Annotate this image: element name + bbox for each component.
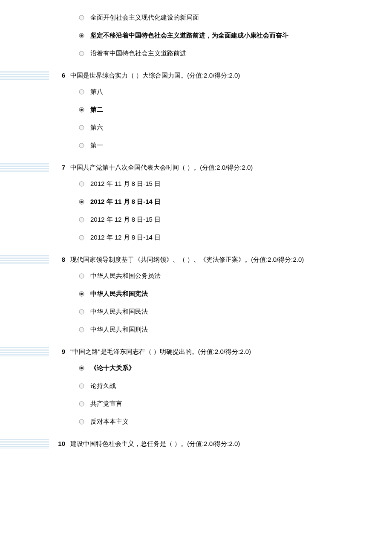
option-label: 中华人民共和国宪法 <box>90 290 148 298</box>
option-row: 2012 年 11 月 8 日-14 日 <box>79 193 392 211</box>
question-partial-options: 全面开创社会主义现代化建设的新局面 坚定不移沿着中国特色社会主义道路前进，为全面… <box>79 9 392 62</box>
question-7: 7 中国共产党第十八次全国代表大会时间（ ）。(分值:2.0/得分:2.0) <box>0 163 392 172</box>
svg-point-13 <box>79 235 84 240</box>
question-number: 8 <box>49 255 70 264</box>
svg-point-3 <box>79 51 84 56</box>
option-label: 2012 年 12 月 8 日-15 日 <box>90 216 161 223</box>
svg-point-11 <box>81 200 83 203</box>
option-label: 2012 年 11 月 8 日-15 日 <box>90 180 161 188</box>
radio-unchecked-icon[interactable] <box>79 143 84 148</box>
option-label: 第一 <box>90 142 103 149</box>
option-row: 2012 年 12 月 8 日-14 日 <box>79 228 392 246</box>
question-number: 7 <box>49 163 70 172</box>
option-label: 《论十大关系》 <box>90 364 135 372</box>
option-label: 沿着有中国特色社会主义道路前进 <box>90 49 186 57</box>
option-row: 《论十大关系》 <box>79 359 392 377</box>
option-row: 沿着有中国特色社会主义道路前进 <box>79 44 392 62</box>
question-number: 6 <box>49 71 70 80</box>
svg-point-6 <box>81 108 83 111</box>
option-label: 反对本本主义 <box>90 418 129 425</box>
svg-point-2 <box>81 34 83 37</box>
option-label: 第八 <box>90 88 103 95</box>
radio-checked-icon[interactable] <box>79 291 84 297</box>
radio-checked-icon[interactable] <box>79 107 84 113</box>
radio-unchecked-icon[interactable] <box>79 217 84 223</box>
svg-point-7 <box>79 125 84 130</box>
option-row: 共产党宣言 <box>79 395 392 413</box>
question-6: 6 中国是世界综合实力（ ）大综合国力国。(分值:2.0/得分:2.0) <box>0 71 392 80</box>
svg-point-23 <box>79 419 84 424</box>
radio-unchecked-icon[interactable] <box>79 309 84 315</box>
svg-point-21 <box>79 384 84 388</box>
radio-unchecked-icon[interactable] <box>79 51 84 56</box>
radio-checked-icon[interactable] <box>79 365 84 371</box>
question-text: 中国是世界综合实力（ ）大综合国力国。(分值:2.0/得分:2.0) <box>70 71 392 80</box>
radio-checked-icon[interactable] <box>79 33 84 38</box>
decorative-stripe <box>0 255 49 264</box>
svg-point-22 <box>79 402 84 406</box>
option-row: 第一 <box>79 136 392 154</box>
option-label: 全面开创社会主义现代化建设的新局面 <box>90 14 199 21</box>
option-label: 论持久战 <box>90 382 116 390</box>
radio-unchecked-icon[interactable] <box>79 383 84 389</box>
option-label: 2012 年 12 月 8 日-14 日 <box>90 234 161 241</box>
radio-unchecked-icon[interactable] <box>79 125 84 130</box>
option-row: 第六 <box>79 119 392 136</box>
question-text: 现代国家领导制度基于《共同纲领》、（ ）、《宪法修正案》。(分值:2.0/得分:… <box>70 255 392 264</box>
decorative-stripe <box>0 163 49 172</box>
svg-point-14 <box>79 274 84 278</box>
question-6-options: 第八 第二 第六 第一 <box>79 83 392 154</box>
option-row: 反对本本主义 <box>79 413 392 431</box>
option-row: 坚定不移沿着中国特色社会主义道路前进，为全面建成小康社会而奋斗 <box>79 26 392 44</box>
quiz-page: 全面开创社会主义现代化建设的新局面 坚定不移沿着中国特色社会主义道路前进，为全面… <box>0 0 392 465</box>
option-label: 2012 年 11 月 8 日-14 日 <box>90 198 161 205</box>
radio-unchecked-icon[interactable] <box>79 401 84 407</box>
decorative-stripe <box>0 439 49 448</box>
option-row: 中华人民共和国刑法 <box>79 321 392 338</box>
question-9-options: 《论十大关系》 论持久战 共产党宣言 反对本本主义 <box>79 359 392 431</box>
decorative-stripe <box>0 71 49 80</box>
question-8: 8 现代国家领导制度基于《共同纲领》、（ ）、《宪法修正案》。(分值:2.0/得… <box>0 255 392 264</box>
option-label: 中华人民共和国公务员法 <box>90 272 161 280</box>
option-row: 第二 <box>79 101 392 119</box>
option-row: 2012 年 11 月 8 日-15 日 <box>79 175 392 193</box>
radio-checked-icon[interactable] <box>79 199 84 205</box>
radio-unchecked-icon[interactable] <box>79 327 84 332</box>
radio-unchecked-icon[interactable] <box>79 15 84 20</box>
svg-point-8 <box>79 143 84 148</box>
question-8-options: 中华人民共和国公务员法 中华人民共和国宪法 中华人民共和国民法 中华人民共和国刑… <box>79 267 392 338</box>
radio-unchecked-icon[interactable] <box>79 181 84 187</box>
option-label: 第二 <box>90 106 103 113</box>
svg-point-17 <box>79 309 84 314</box>
svg-point-12 <box>79 217 84 222</box>
svg-point-0 <box>79 15 84 20</box>
option-row: 中华人民共和国宪法 <box>79 285 392 303</box>
question-7-options: 2012 年 11 月 8 日-15 日 2012 年 11 月 8 日-14 … <box>79 175 392 246</box>
decorative-stripe <box>0 347 49 356</box>
question-text: 建设中国特色社会主义，总任务是（ ）。(分值:2.0/得分:2.0) <box>70 439 392 448</box>
option-label: 中华人民共和国民法 <box>90 308 148 315</box>
radio-unchecked-icon[interactable] <box>79 419 84 425</box>
option-row: 论持久战 <box>79 377 392 395</box>
svg-point-16 <box>81 292 83 295</box>
option-row: 2012 年 12 月 8 日-15 日 <box>79 211 392 228</box>
option-row: 中华人民共和国民法 <box>79 303 392 321</box>
svg-point-20 <box>81 367 83 369</box>
svg-point-4 <box>79 90 84 94</box>
radio-unchecked-icon[interactable] <box>79 235 84 240</box>
radio-unchecked-icon[interactable] <box>79 273 84 279</box>
question-text: "中国之路"是毛泽东同志在（ ）明确提出的。(分值:2.0/得分:2.0) <box>70 347 392 356</box>
question-number: 10 <box>49 439 70 448</box>
svg-point-9 <box>79 182 84 186</box>
option-label: 共产党宣言 <box>90 400 122 408</box>
option-row: 全面开创社会主义现代化建设的新局面 <box>79 9 392 26</box>
option-label: 第六 <box>90 124 103 131</box>
option-label: 坚定不移沿着中国特色社会主义道路前进，为全面建成小康社会而奋斗 <box>90 32 288 39</box>
option-row: 中华人民共和国公务员法 <box>79 267 392 285</box>
question-text: 中国共产党第十八次全国代表大会时间（ ）。(分值:2.0/得分:2.0) <box>70 163 392 172</box>
svg-point-18 <box>79 327 84 332</box>
question-10: 10 建设中国特色社会主义，总任务是（ ）。(分值:2.0/得分:2.0) <box>0 439 392 448</box>
radio-unchecked-icon[interactable] <box>79 89 84 95</box>
option-row: 第八 <box>79 83 392 101</box>
question-9: 9 "中国之路"是毛泽东同志在（ ）明确提出的。(分值:2.0/得分:2.0) <box>0 347 392 356</box>
